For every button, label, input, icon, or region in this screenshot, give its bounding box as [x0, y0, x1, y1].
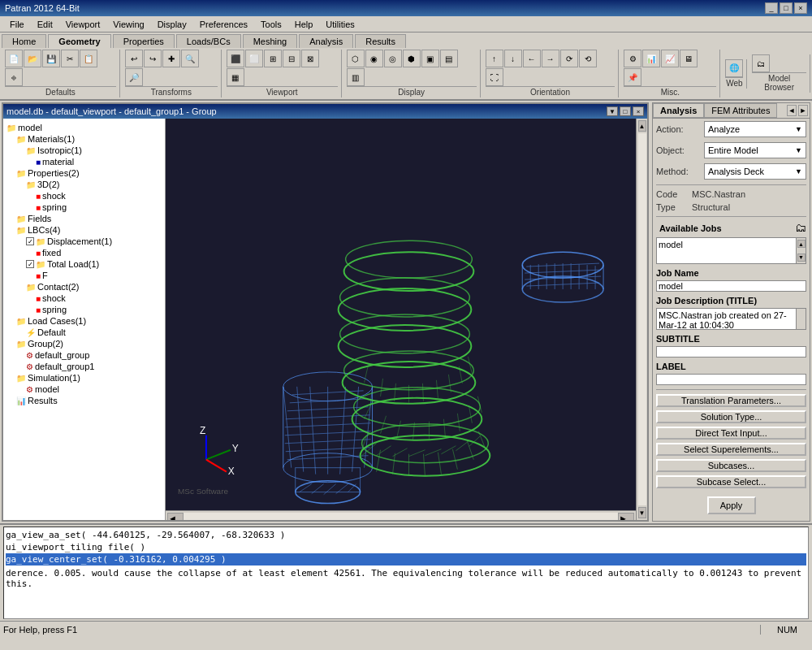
tree-item-contact[interactable]: 📁 Contact(2) [6, 281, 162, 292]
rp-label-input[interactable] [656, 374, 806, 385]
tree-item-spring-2[interactable]: ■ spring [6, 304, 162, 315]
tb-btn-1[interactable]: 📄 [5, 50, 23, 67]
tb-btn-12[interactable]: ⬛ [227, 50, 244, 67]
tb-btn-24[interactable]: ▥ [347, 68, 365, 86]
tb-btn-2[interactable]: 📂 [24, 50, 41, 67]
menu-utilities[interactable]: Utilities [319, 18, 361, 31]
viewport-maximize[interactable]: □ [620, 106, 631, 116]
tb-btn-35[interactable]: 🖥 [680, 50, 698, 67]
menu-preferences[interactable]: Preferences [193, 18, 254, 31]
tree-item-properties[interactable]: 📁 Properties(2) [6, 167, 162, 179]
tb-btn-34[interactable]: 📈 [661, 50, 679, 67]
tb-btn-5[interactable]: 📋 [80, 50, 97, 67]
minimize-btn[interactable]: _ [765, 2, 778, 14]
tree-item-fields[interactable]: 📁 Fields [6, 213, 162, 224]
tree-item-lbcs[interactable]: 📁 LBCs(4) [6, 224, 162, 236]
rp-translation-params-btn[interactable]: Translation Parameters... [656, 394, 806, 407]
rp-tab-analysis[interactable]: Analysis [653, 103, 704, 118]
rp-job-desc-textarea[interactable]: MSC.Nastran job created on 27-Mar-12 at … [656, 308, 806, 330]
rp-direct-text-btn[interactable]: Direct Text Input... [656, 427, 806, 440]
tb-btn-31[interactable]: ⛶ [486, 68, 503, 86]
tb-btn-19[interactable]: ◉ [365, 50, 383, 67]
menu-viewing[interactable]: Viewing [106, 18, 150, 31]
rp-jobs-icon[interactable]: 🗂 [795, 221, 806, 234]
tree-item-fixed[interactable]: ■ fixed [6, 247, 162, 258]
tree-check-total-load[interactable]: ✓ [26, 260, 34, 268]
tb-btn-26[interactable]: ↓ [504, 50, 522, 67]
tree-item-results[interactable]: 📊 Results [6, 395, 162, 406]
tb-btn-33[interactable]: 📊 [642, 50, 660, 67]
tree-item-f[interactable]: ■ F [6, 270, 162, 281]
jobs-scroll-down[interactable]: ▼ [797, 254, 806, 262]
tb-btn-17[interactable]: ▦ [227, 68, 244, 86]
tab-analysis[interactable]: Analysis [299, 34, 353, 48]
tb-btn-10[interactable]: 🔍 [181, 50, 199, 67]
tb-btn-30[interactable]: ⟲ [579, 50, 597, 67]
tree-item-shock-1[interactable]: ■ shock [6, 190, 162, 202]
tree-item-load-cases[interactable]: 📁 Load Cases(1) [6, 315, 162, 327]
tree-item-materials[interactable]: 📁 Materials(1) [6, 133, 162, 145]
menu-help[interactable]: Help [288, 18, 320, 31]
tree-item-default-group1[interactable]: ⚙ default_group1 [6, 361, 162, 372]
tb-btn-8[interactable]: ↪ [144, 50, 162, 67]
tab-properties[interactable]: Properties [113, 34, 175, 48]
rp-subcase-select-btn[interactable]: Subcase Select... [656, 475, 806, 488]
tb-btn-25[interactable]: ↑ [486, 50, 503, 67]
tb-btn-32[interactable]: ⚙ [624, 50, 641, 67]
tree-check-displacement[interactable]: ✓ [26, 237, 34, 245]
close-btn[interactable]: × [794, 2, 807, 14]
tree-item-3d[interactable]: 📁 3D(2) [6, 179, 162, 190]
tab-meshing[interactable]: Meshing [243, 34, 298, 48]
rp-tab-fem[interactable]: FEM Attributes [704, 103, 777, 118]
tb-btn-14[interactable]: ⊞ [264, 50, 282, 67]
hscroll-left[interactable]: ◄ [167, 513, 184, 521]
tb-btn-21[interactable]: ⬢ [403, 50, 421, 67]
tree-item-spring-1[interactable]: ■ spring [6, 202, 162, 213]
tree-item-simulation[interactable]: 📁 Simulation(1) [6, 372, 162, 384]
menu-display[interactable]: Display [151, 18, 193, 31]
jobs-scroll-up[interactable]: ▲ [797, 240, 806, 248]
tab-home[interactable]: Home [2, 34, 46, 48]
vscroll-up[interactable]: ▲ [638, 120, 646, 132]
tb-btn-23[interactable]: ▤ [440, 50, 458, 67]
tree-item-isotropic[interactable]: 📁 Isotropic(1) [6, 145, 162, 156]
hscroll-right[interactable]: ► [618, 513, 634, 521]
tree-item-model-sim[interactable]: ⚙ model [6, 384, 162, 395]
tab-loads-bcs[interactable]: Loads/BCs [176, 34, 241, 48]
tb-btn-9[interactable]: ✚ [162, 50, 180, 67]
tb-btn-4[interactable]: ✂ [61, 50, 79, 67]
rp-superelements-btn[interactable]: Select Superelements... [656, 443, 806, 456]
maximize-btn[interactable]: □ [780, 2, 793, 14]
tree-item-model[interactable]: 📁 model [6, 122, 162, 133]
tb-btn-11[interactable]: 🔎 [125, 68, 143, 86]
vscroll-down[interactable]: ▼ [638, 507, 646, 518]
jobs-scrollbar[interactable]: ▲ ▼ [796, 238, 806, 263]
tb-btn-18[interactable]: ⬡ [347, 50, 365, 67]
tb-btn-3[interactable]: 💾 [42, 50, 60, 67]
tb-btn-37[interactable]: 🌐 [725, 59, 743, 77]
tab-results[interactable]: Results [355, 34, 406, 48]
tree-item-shock-2[interactable]: ■ shock [6, 292, 162, 304]
tree-item-displacement[interactable]: ✓ 📁 Displacement(1) [6, 236, 162, 247]
tb-btn-13[interactable]: ⬜ [245, 50, 263, 67]
tb-btn-28[interactable]: → [542, 50, 559, 67]
menu-file[interactable]: File [3, 18, 31, 31]
viewport-minimize[interactable]: ▼ [607, 106, 618, 116]
rp-action-select[interactable]: Analyze ▼ [704, 121, 806, 137]
rp-nav-next[interactable]: ► [798, 105, 808, 116]
tree-item-total-load[interactable]: ✓ 📁 Total Load(1) [6, 258, 162, 270]
tb-btn-27[interactable]: ← [523, 50, 541, 67]
viewport-canvas[interactable]: Z Y X MSc Software ◄ ► [166, 119, 636, 520]
rp-job-name-input[interactable] [656, 280, 806, 292]
viewport-hscroll[interactable]: ◄ ► [166, 510, 636, 520]
tb-btn-15[interactable]: ⊟ [283, 50, 300, 67]
tb-btn-7[interactable]: ↩ [125, 50, 143, 67]
tb-btn-38[interactable]: 🗂 [752, 54, 770, 72]
rp-method-select[interactable]: Analysis Deck ▼ [704, 163, 806, 180]
rp-solution-type-btn[interactable]: Solution Type... [656, 410, 806, 423]
rp-subcases-btn[interactable]: Subcases... [656, 459, 806, 472]
rp-apply-btn[interactable]: Apply [707, 496, 756, 514]
viewport-close[interactable]: × [633, 106, 644, 116]
viewport-vscroll[interactable]: ▲ ▼ [636, 119, 647, 520]
rp-subtitle-input[interactable] [656, 346, 806, 358]
